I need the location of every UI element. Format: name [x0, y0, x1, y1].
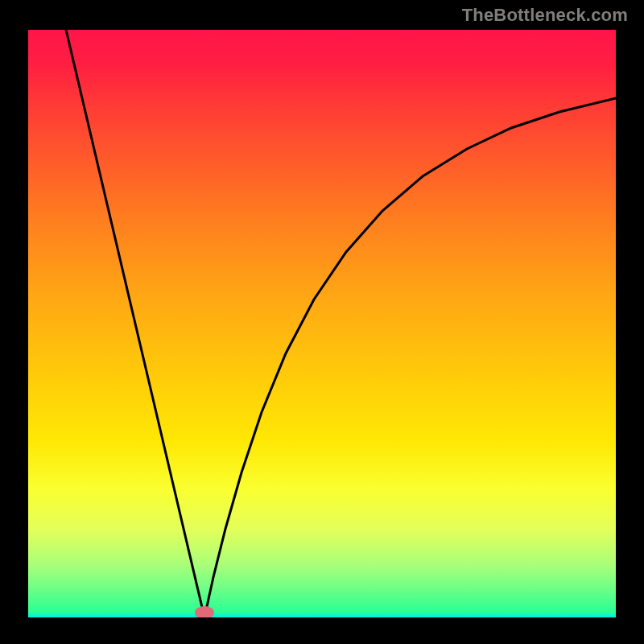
- bottleneck-curve: [66, 30, 616, 617]
- optimum-marker: [195, 606, 214, 617]
- watermark-text: TheBottleneck.com: [462, 5, 628, 26]
- chart-svg: [28, 30, 616, 617]
